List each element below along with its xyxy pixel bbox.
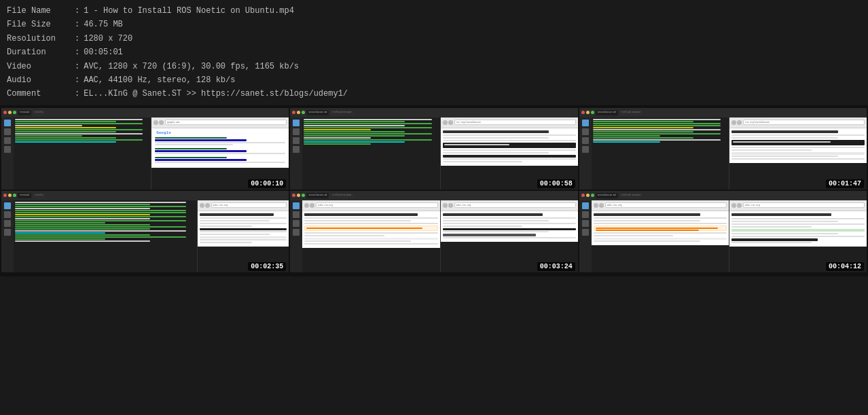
resolution-row: Resolution : 1280 x 720	[7, 32, 861, 46]
browser-panel: google.com Google	[151, 118, 289, 190]
sidebar-4	[1, 200, 14, 272]
filename-value: 1 - How to Install ROS Noetic on Ubuntu.…	[84, 4, 294, 18]
tab-terminal-4: Terminal	[18, 193, 31, 198]
icon-1	[582, 120, 589, 126]
sidebar-icon-1	[293, 120, 300, 126]
icon-4c	[4, 220, 11, 227]
sidebar-5	[290, 200, 302, 272]
install-page-3	[729, 128, 867, 163]
icon-3	[582, 137, 589, 144]
audio-row: Audio : AAC, 44100 Hz, stereo, 128 kb/s	[7, 73, 861, 87]
vscode-sidebar	[1, 118, 14, 190]
thumb5-split: wiki.ros.org	[302, 200, 577, 272]
thumbnails-section: Terminal Firefox	[0, 105, 868, 276]
tab-install-3: Installation.md	[596, 110, 618, 115]
install-page	[441, 128, 578, 166]
duration-label: Duration	[7, 46, 75, 59]
thumb4-split: wiki.ros.org	[14, 200, 289, 272]
url-3: ros.org/installation	[743, 120, 865, 125]
icon-5a	[293, 202, 300, 209]
comment-row: Comment : EL...KInG @ Sanet.ST >> https:…	[7, 87, 861, 101]
metadata-section: File Name : 1 - How to Install ROS Noeti…	[0, 0, 868, 105]
url-5l: wiki.ros.org	[316, 202, 437, 208]
thumbnails-row-1: Terminal Firefox	[1, 108, 867, 190]
thumbnail-4[interactable]: Terminal Firefox	[1, 191, 289, 272]
tab-browser2: Prefixed Browser	[330, 110, 354, 115]
url-6r: wiki.ros.org	[743, 202, 865, 208]
thumb2-topbar: Installation.md Prefixed Browser	[290, 108, 577, 118]
thumbnails-row-2: Terminal Firefox	[1, 191, 867, 272]
audio-label: Audio	[7, 73, 75, 87]
filename-row: File Name : 1 - How to Install ROS Noeti…	[7, 4, 861, 18]
duration-row: Duration : 00:05:01	[7, 46, 861, 59]
thumb5-topbar: Installation.md Prefixed Browser	[290, 191, 577, 200]
terminal-panel	[14, 118, 151, 190]
url-4: wiki.ros.org	[211, 202, 287, 208]
resolution-value: 1280 x 720	[84, 32, 132, 46]
filesize-row: File Size : 46.75 MB	[7, 18, 861, 31]
thumb6-body: wiki.ros.org	[579, 200, 867, 272]
timestamp-2: 00:00:58	[537, 179, 575, 188]
ros-page-5r	[441, 211, 578, 242]
tab-browser-3: Prefixed Browser	[619, 110, 643, 115]
tab-browser: Firefox	[33, 110, 46, 115]
timestamp-1: 00:00:10	[248, 179, 286, 188]
thumbnail-2[interactable]: Installation.md Prefixed Browser	[290, 108, 577, 190]
timestamp-3: 00:01:47	[826, 179, 864, 188]
tab-install-5: Installation.md	[306, 193, 329, 198]
timestamp-6: 00:04:12	[826, 262, 864, 271]
thumbnail-3[interactable]: Installation.md Prefixed Browser	[579, 108, 867, 190]
sidebar-icon-1	[4, 120, 11, 126]
thumbnail-1[interactable]: Terminal Firefox	[1, 108, 289, 190]
thumbnail-6[interactable]: Installation.md Prefixed Browser	[579, 191, 867, 272]
search-result-2	[155, 148, 285, 154]
icon-4a	[4, 202, 11, 209]
browser-6-right: wiki.ros.org	[729, 200, 867, 272]
tab-browser-4: Firefox	[33, 193, 46, 198]
thumb3-split: ros.org/installation	[592, 118, 867, 190]
sidebar-icon-4	[4, 146, 11, 153]
sidebar-icon-3	[293, 137, 300, 144]
video-row: Video : AVC, 1280 x 720 (16:9), 30.00 fp…	[7, 60, 861, 73]
icon-5d	[293, 229, 300, 236]
sidebar-3	[579, 118, 592, 190]
ros-page-6r	[729, 211, 867, 247]
search-result-1	[155, 137, 285, 145]
terminal-3	[592, 118, 729, 190]
audio-value: AAC, 44100 Hz, stereo, 128 kb/s	[84, 73, 235, 87]
filename-label: File Name	[7, 4, 75, 18]
tab-terminal: Terminal	[18, 110, 31, 115]
video-label: Video	[7, 60, 75, 73]
google-results: Google	[151, 128, 289, 168]
browser-url-bar: google.com	[165, 120, 287, 125]
thumb3-body: ros.org/installation	[579, 118, 867, 190]
sidebar-icon-4	[293, 146, 300, 153]
search-result-3	[155, 157, 285, 163]
thumb3-topbar: Installation.md Prefixed Browser	[579, 108, 867, 118]
thumb4-body: wiki.ros.org	[1, 200, 289, 272]
thumb6-topbar: Installation.md Prefixed Browser	[579, 191, 867, 200]
url-5r: wiki.ros.org	[454, 202, 576, 208]
ros-page-6l	[592, 211, 729, 245]
thumb2-body: ros.org/installation	[290, 118, 577, 190]
terminal-content	[14, 118, 151, 190]
icon-4d	[4, 229, 11, 236]
icon-6d	[582, 229, 589, 236]
comment-value: EL...KInG @ Sanet.ST >> https://sanet.st…	[84, 87, 348, 101]
thumb1-split: google.com Google	[14, 118, 289, 190]
icon-5c	[293, 220, 300, 227]
browser-3: ros.org/installation	[729, 118, 867, 190]
filesize-label: File Size	[7, 18, 75, 31]
thumbnail-5[interactable]: Installation.md Prefixed Browser	[290, 191, 577, 272]
icon-6b	[582, 211, 589, 218]
browser-6-left: wiki.ros.org	[592, 200, 729, 272]
icon-4b	[4, 211, 11, 218]
ros-page-4	[198, 211, 289, 247]
tab-browser-6: Prefixed Browser	[619, 193, 643, 198]
icon-6c	[582, 220, 589, 227]
browser-chrome-2: ros.org/installation	[441, 118, 578, 128]
icon-6a	[582, 202, 589, 209]
max-dot	[13, 111, 16, 114]
timestamp-4: 00:02:35	[248, 262, 286, 271]
sidebar-icon-2	[293, 128, 300, 135]
